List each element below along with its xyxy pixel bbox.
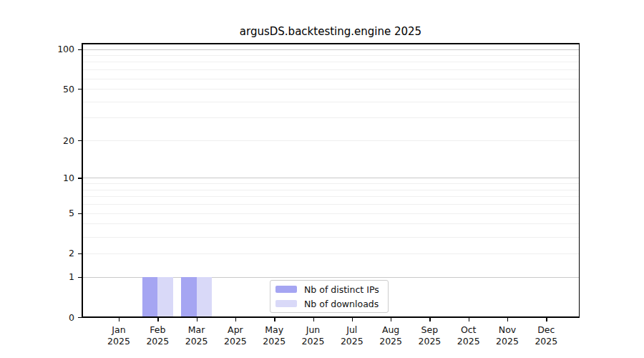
minor-gridline <box>82 223 580 224</box>
left-spine <box>82 43 83 318</box>
minor-gridline <box>82 204 580 205</box>
y-axis-tick-label: 100 <box>31 44 74 54</box>
y-axis-tick-label: 10 <box>31 173 74 183</box>
chart-title: argusDS.backtesting.engine 2025 <box>82 25 580 38</box>
minor-gridline <box>82 55 580 56</box>
minor-gridline <box>82 102 580 102</box>
x-axis-tick <box>313 318 314 321</box>
x-axis-tick <box>235 318 236 321</box>
minor-gridline <box>82 69 580 70</box>
y-axis-tick-label: 0 <box>31 313 74 323</box>
x-axis-tick <box>391 318 391 321</box>
plot-area <box>82 43 580 318</box>
minor-gridline <box>82 253 580 254</box>
minor-gridline <box>82 140 580 141</box>
y-axis-tick-label: 20 <box>31 136 74 146</box>
legend-label-distinct-ips: Nb of distinct IPs <box>304 284 379 295</box>
bar-feb-downloads <box>157 277 173 317</box>
x-axis-tick <box>197 318 197 321</box>
y-axis-tick-label: 1 <box>31 272 74 282</box>
legend: Nb of distinct IPs Nb of downloads <box>270 280 389 313</box>
major-gridline <box>82 178 580 178</box>
y-axis-tick-label: 5 <box>31 208 74 218</box>
x-axis-tick <box>546 318 547 321</box>
y-axis-tick-label: 50 <box>31 84 74 95</box>
x-axis-tick <box>352 318 353 321</box>
minor-gridline <box>82 183 580 184</box>
minor-gridline <box>82 196 580 197</box>
major-gridline <box>82 49 580 50</box>
x-axis-tick-label: Dec2025 <box>523 324 569 347</box>
x-axis-tick <box>274 318 275 321</box>
y-axis-tick-label: 2 <box>31 248 74 258</box>
x-axis-tick <box>469 318 469 321</box>
minor-gridline <box>82 89 580 90</box>
x-axis-tick <box>119 318 119 321</box>
legend-swatch-distinct-ips <box>275 286 297 293</box>
legend-swatch-downloads <box>275 300 297 307</box>
figure: argusDS.backtesting.engine 2025 Nb of di… <box>0 0 644 358</box>
x-axis-tick <box>507 318 508 321</box>
x-axis-spine <box>82 316 580 318</box>
bar-mar-distinct-ips <box>181 277 197 317</box>
top-spine <box>82 43 580 44</box>
bar-feb-distinct-ips <box>142 277 158 317</box>
legend-item-downloads: Nb of downloads <box>275 298 382 309</box>
minor-gridline <box>82 62 580 62</box>
x-axis-tick <box>157 318 158 321</box>
legend-item-distinct-ips: Nb of distinct IPs <box>275 284 382 295</box>
legend-label-downloads: Nb of downloads <box>304 299 379 309</box>
minor-gridline <box>82 79 580 79</box>
right-spine <box>579 43 580 318</box>
bar-mar-downloads <box>197 277 213 317</box>
minor-gridline <box>82 237 580 238</box>
minor-gridline <box>82 213 580 214</box>
minor-gridline <box>82 117 580 118</box>
minor-gridline <box>82 190 580 190</box>
x-axis-tick <box>429 318 430 321</box>
